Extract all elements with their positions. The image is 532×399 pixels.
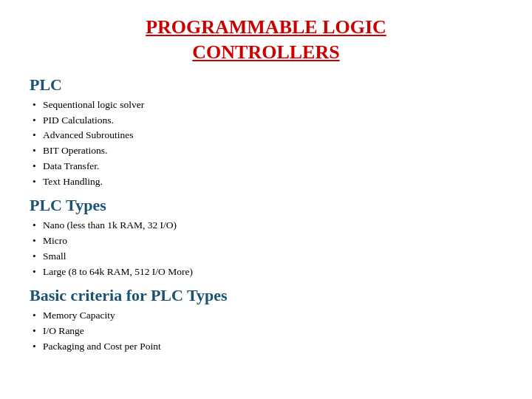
list-item: Memory Capacity [30,308,502,324]
list-item: Packaging and Cost per Point [30,339,502,355]
list-item: Micro [30,233,502,249]
plc-types-heading: PLC Types [30,196,502,215]
list-item: Data Transfer. [30,159,502,174]
plc-types-section: PLC Types Nano (less than 1k RAM, 32 I/O… [30,196,502,280]
basic-criteria-heading: Basic criteria for PLC Types [30,286,502,305]
plc-list: Sequentional logic solverPID Calculation… [30,98,502,191]
list-item: Text Handling. [30,174,502,190]
plc-section: PLC Sequentional logic solverPID Calcula… [30,75,502,191]
main-title-line2: CONTROLLERS [30,40,502,65]
list-item: Nano (less than 1k RAM, 32 I/O) [30,218,502,233]
plc-types-list: Nano (less than 1k RAM, 32 I/O)MicroSmal… [30,218,502,280]
basic-criteria-section: Basic criteria for PLC Types Memory Capa… [30,286,502,355]
list-item: Advanced Subroutines [30,128,502,143]
basic-criteria-list: Memory CapacityI/O RangePackaging and Co… [30,308,502,355]
plc-heading: PLC [30,75,502,95]
list-item: PID Calculations. [30,113,502,129]
list-item: BIT Operations. [30,143,502,159]
main-title: PROGRAMMABLE LOGIC CONTROLLERS [30,15,502,65]
list-item: Sequentional logic solver [30,98,502,113]
main-title-line1: PROGRAMMABLE LOGIC [30,15,502,40]
list-item: I/O Range [30,324,502,339]
list-item: Large (8 to 64k RAM, 512 I/O More) [30,265,502,280]
list-item: Small [30,249,502,265]
page: PROGRAMMABLE LOGIC CONTROLLERS PLC Seque… [0,0,532,399]
